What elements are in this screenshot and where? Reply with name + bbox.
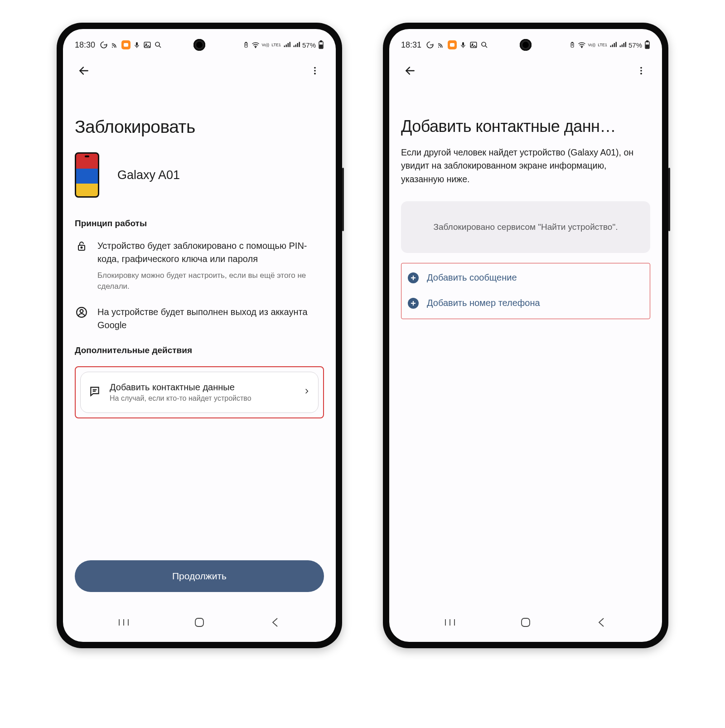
device-image bbox=[75, 152, 99, 198]
svg-rect-13 bbox=[319, 45, 322, 48]
svg-point-19 bbox=[81, 247, 82, 248]
status-time: 18:31 bbox=[401, 40, 421, 50]
gallery-icon bbox=[469, 41, 478, 49]
signal2-icon bbox=[293, 42, 300, 48]
svg-line-33 bbox=[485, 46, 487, 48]
svg-rect-12 bbox=[320, 41, 322, 42]
volte-label: Vo)) bbox=[588, 43, 596, 47]
lock-preview-text: Заблокировано сервисом "Найти устройство… bbox=[434, 222, 618, 232]
nav-recents[interactable] bbox=[113, 612, 134, 633]
continue-label: Продолжить bbox=[172, 571, 227, 582]
svg-point-4 bbox=[155, 42, 160, 46]
battery-pct: 57% bbox=[628, 41, 642, 49]
lte-label: LTE1 bbox=[271, 43, 281, 47]
battery-pct: 57% bbox=[302, 41, 316, 49]
google-icon bbox=[426, 41, 434, 49]
nav-bar bbox=[63, 607, 336, 642]
svg-rect-53 bbox=[522, 618, 530, 626]
svg-line-5 bbox=[159, 46, 161, 48]
svg-point-32 bbox=[482, 42, 486, 46]
card-title: Добавить контактные данные bbox=[110, 382, 251, 393]
signal2-icon bbox=[619, 42, 626, 48]
app-bar bbox=[389, 54, 662, 87]
nav-recents[interactable] bbox=[440, 612, 460, 633]
back-button[interactable] bbox=[400, 61, 420, 81]
content: Добавить контактные данн… Если другой че… bbox=[389, 87, 662, 642]
info-signout: На устройстве будет выполнен выход из ак… bbox=[75, 306, 324, 332]
add-message-label: Добавить сообщение bbox=[427, 272, 517, 283]
info-lock-text: Устройство будет заблокировано с помощью… bbox=[97, 239, 324, 266]
signal1-icon bbox=[283, 42, 290, 48]
svg-point-16 bbox=[314, 70, 316, 72]
nav-bar bbox=[389, 607, 662, 642]
svg-rect-0 bbox=[136, 42, 138, 46]
app-bar bbox=[63, 54, 336, 87]
battery-icon bbox=[644, 40, 650, 49]
svg-point-31 bbox=[472, 44, 473, 44]
svg-rect-41 bbox=[646, 45, 648, 48]
svg-point-38 bbox=[581, 47, 582, 48]
nav-home[interactable] bbox=[189, 612, 210, 633]
svg-point-43 bbox=[640, 67, 642, 69]
highlight-box: Добавить сообщение Добавить номер телефо… bbox=[401, 263, 650, 319]
highlight-box: Добавить контактные данные На случай, ес… bbox=[75, 366, 324, 418]
svg-point-45 bbox=[640, 73, 642, 75]
info-lock: Устройство будет заблокировано с помощью… bbox=[75, 239, 324, 292]
svg-point-3 bbox=[146, 44, 147, 44]
page-title: Заблокировать bbox=[75, 117, 324, 137]
device-row: Galaxy A01 bbox=[75, 152, 324, 198]
info-lock-sub: Блокировку можно будет настроить, если в… bbox=[97, 270, 324, 292]
wifi-icon bbox=[578, 42, 586, 48]
device-name: Galaxy A01 bbox=[117, 168, 180, 182]
lock-preview-panel: Заблокировано сервисом "Найти устройство… bbox=[401, 201, 650, 253]
content: Заблокировать Galaxy A01 Принцип работы … bbox=[63, 87, 336, 642]
add-contact-card[interactable]: Добавить контактные данные На случай, ес… bbox=[80, 372, 319, 413]
add-phone-button[interactable]: Добавить номер телефона bbox=[405, 291, 646, 316]
front-camera bbox=[520, 39, 532, 51]
nav-back[interactable] bbox=[265, 612, 285, 633]
overflow-menu-button[interactable] bbox=[305, 61, 325, 81]
screen: 18:30 Vo)) LTE1 57% bbox=[63, 29, 336, 642]
plus-icon bbox=[408, 298, 419, 309]
svg-rect-28 bbox=[462, 42, 464, 46]
svg-rect-27 bbox=[195, 618, 203, 626]
description: Если другой человек найдет устройство (G… bbox=[401, 146, 650, 186]
cast-icon bbox=[437, 41, 445, 49]
page-title: Добавить контактные данн… bbox=[401, 117, 650, 136]
status-time: 18:30 bbox=[75, 40, 95, 50]
overflow-menu-button[interactable] bbox=[631, 61, 651, 81]
back-button[interactable] bbox=[74, 61, 94, 81]
add-message-button[interactable]: Добавить сообщение bbox=[405, 265, 646, 291]
notification-app-icon bbox=[448, 40, 457, 49]
battery-saver-icon bbox=[569, 41, 575, 49]
section-principle: Принцип работы bbox=[75, 218, 324, 228]
continue-button[interactable]: Продолжить bbox=[75, 560, 324, 592]
volte-label: Vo)) bbox=[262, 43, 270, 47]
svg-point-15 bbox=[314, 67, 316, 69]
svg-rect-40 bbox=[647, 41, 648, 42]
google-icon bbox=[100, 41, 108, 49]
phone-left: 18:30 Vo)) LTE1 57% bbox=[57, 23, 342, 648]
mic-icon bbox=[459, 41, 467, 49]
screen: 18:31 Vo)) LTE1 57% bbox=[389, 29, 662, 642]
add-phone-label: Добавить номер телефона bbox=[427, 298, 540, 308]
nav-home[interactable] bbox=[515, 612, 536, 633]
svg-point-10 bbox=[255, 47, 256, 48]
account-icon bbox=[75, 306, 88, 332]
mic-icon bbox=[133, 41, 140, 49]
search-icon bbox=[480, 41, 488, 49]
lock-icon bbox=[75, 239, 88, 292]
plus-icon bbox=[408, 272, 419, 283]
nav-back[interactable] bbox=[591, 612, 612, 633]
chevron-right-icon bbox=[304, 386, 310, 398]
signal1-icon bbox=[609, 42, 617, 48]
svg-point-17 bbox=[314, 73, 316, 75]
battery-icon bbox=[318, 40, 324, 49]
svg-point-21 bbox=[80, 309, 83, 312]
front-camera bbox=[193, 39, 205, 51]
section-extra: Дополнительные действия bbox=[75, 345, 324, 355]
lte-label: LTE1 bbox=[598, 43, 607, 47]
gallery-icon bbox=[143, 41, 151, 49]
svg-point-44 bbox=[640, 70, 642, 72]
notification-app-icon bbox=[121, 40, 130, 49]
